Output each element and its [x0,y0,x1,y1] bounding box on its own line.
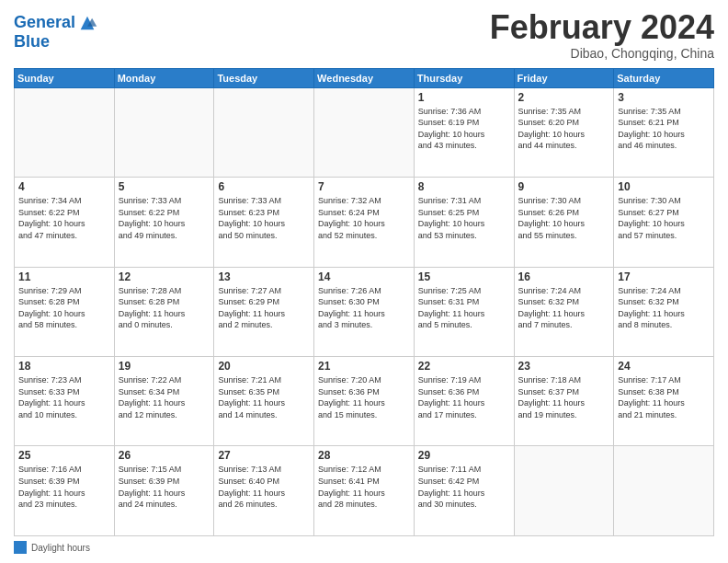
calendar-day-cell: 10Sunrise: 7:30 AM Sunset: 6:27 PM Dayli… [614,178,714,267]
calendar-week-row: 4Sunrise: 7:34 AM Sunset: 6:22 PM Daylig… [15,178,714,267]
day-number: 26 [119,449,210,462]
day-info: Sunrise: 7:20 AM Sunset: 6:36 PM Dayligh… [318,374,410,420]
calendar-day-cell: 19Sunrise: 7:22 AM Sunset: 6:34 PM Dayli… [114,357,214,446]
day-info: Sunrise: 7:25 AM Sunset: 6:31 PM Dayligh… [418,285,510,331]
calendar-day-cell: 29Sunrise: 7:11 AM Sunset: 6:42 PM Dayli… [414,446,514,536]
subtitle: Dibao, Chongqing, China [490,46,714,61]
calendar-day-cell: 21Sunrise: 7:20 AM Sunset: 6:36 PM Dayli… [314,357,415,446]
day-info: Sunrise: 7:18 AM Sunset: 6:37 PM Dayligh… [518,374,610,420]
day-info: Sunrise: 7:13 AM Sunset: 6:40 PM Dayligh… [218,464,310,510]
day-number: 8 [418,180,510,193]
day-number: 16 [518,270,610,283]
weekday-header: Wednesday [314,68,415,87]
day-info: Sunrise: 7:35 AM Sunset: 6:21 PM Dayligh… [618,106,710,152]
calendar-day-cell: 18Sunrise: 7:23 AM Sunset: 6:33 PM Dayli… [15,357,115,446]
day-number: 4 [18,180,110,193]
calendar-day-cell: 22Sunrise: 7:19 AM Sunset: 6:36 PM Dayli… [414,357,514,446]
day-info: Sunrise: 7:32 AM Sunset: 6:24 PM Dayligh… [318,195,410,241]
weekday-header-row: SundayMondayTuesdayWednesdayThursdayFrid… [15,68,714,87]
day-number: 15 [418,270,510,283]
day-info: Sunrise: 7:26 AM Sunset: 6:30 PM Dayligh… [318,285,410,331]
day-number: 10 [618,180,710,193]
day-info: Sunrise: 7:33 AM Sunset: 6:23 PM Dayligh… [218,195,310,241]
day-number: 9 [518,180,610,193]
calendar-day-cell: 15Sunrise: 7:25 AM Sunset: 6:31 PM Dayli… [414,267,514,356]
calendar-day-cell: 24Sunrise: 7:17 AM Sunset: 6:38 PM Dayli… [614,357,714,446]
day-number: 11 [18,270,110,283]
calendar-day-cell [114,87,214,177]
day-number: 23 [518,360,610,373]
logo-text: General [14,14,75,32]
day-number: 27 [218,449,310,462]
day-info: Sunrise: 7:35 AM Sunset: 6:20 PM Dayligh… [518,106,610,152]
day-number: 20 [218,360,310,373]
calendar-day-cell: 17Sunrise: 7:24 AM Sunset: 6:32 PM Dayli… [614,267,714,356]
calendar-day-cell: 6Sunrise: 7:33 AM Sunset: 6:23 PM Daylig… [214,178,314,267]
day-info: Sunrise: 7:22 AM Sunset: 6:34 PM Dayligh… [119,374,210,420]
calendar-day-cell: 13Sunrise: 7:27 AM Sunset: 6:29 PM Dayli… [214,267,314,356]
day-info: Sunrise: 7:21 AM Sunset: 6:35 PM Dayligh… [218,374,310,420]
day-number: 28 [318,449,410,462]
title-block: February 2024 Dibao, Chongqing, China [490,9,714,61]
weekday-header: Monday [114,68,214,87]
weekday-header: Friday [514,68,614,87]
calendar-day-cell [214,87,314,177]
month-title: February 2024 [490,9,714,46]
calendar-day-cell: 14Sunrise: 7:26 AM Sunset: 6:30 PM Dayli… [314,267,415,356]
weekday-header: Sunday [15,68,115,87]
day-number: 1 [418,91,510,104]
calendar-day-cell: 11Sunrise: 7:29 AM Sunset: 6:28 PM Dayli… [15,267,115,356]
weekday-header: Saturday [614,68,714,87]
day-number: 18 [18,360,110,373]
logo: General Blue [14,13,97,52]
weekday-header: Tuesday [214,68,314,87]
calendar-day-cell: 26Sunrise: 7:15 AM Sunset: 6:39 PM Dayli… [114,446,214,536]
calendar-day-cell [614,446,714,536]
calendar-day-cell: 3Sunrise: 7:35 AM Sunset: 6:21 PM Daylig… [614,87,714,177]
calendar-day-cell: 16Sunrise: 7:24 AM Sunset: 6:32 PM Dayli… [514,267,614,356]
day-number: 19 [119,360,210,373]
day-info: Sunrise: 7:36 AM Sunset: 6:19 PM Dayligh… [418,106,510,152]
day-info: Sunrise: 7:34 AM Sunset: 6:22 PM Dayligh… [18,195,110,241]
calendar-day-cell [514,446,614,536]
day-info: Sunrise: 7:31 AM Sunset: 6:25 PM Dayligh… [418,195,510,241]
calendar-day-cell: 2Sunrise: 7:35 AM Sunset: 6:20 PM Daylig… [514,87,614,177]
day-number: 29 [418,449,510,462]
day-info: Sunrise: 7:11 AM Sunset: 6:42 PM Dayligh… [418,464,510,510]
calendar-day-cell: 1Sunrise: 7:36 AM Sunset: 6:19 PM Daylig… [414,87,514,177]
calendar-day-cell [15,87,115,177]
day-number: 6 [218,180,310,193]
legend-label: Daylight hours [31,543,90,553]
day-info: Sunrise: 7:30 AM Sunset: 6:27 PM Dayligh… [618,195,710,241]
day-number: 3 [618,91,710,104]
day-number: 14 [318,270,410,283]
calendar-day-cell: 28Sunrise: 7:12 AM Sunset: 6:41 PM Dayli… [314,446,415,536]
calendar-day-cell: 23Sunrise: 7:18 AM Sunset: 6:37 PM Dayli… [514,357,614,446]
day-info: Sunrise: 7:27 AM Sunset: 6:29 PM Dayligh… [218,285,310,331]
day-info: Sunrise: 7:30 AM Sunset: 6:26 PM Dayligh… [518,195,610,241]
calendar-table: SundayMondayTuesdayWednesdayThursdayFrid… [14,68,714,536]
day-info: Sunrise: 7:24 AM Sunset: 6:32 PM Dayligh… [618,285,710,331]
day-info: Sunrise: 7:16 AM Sunset: 6:39 PM Dayligh… [18,464,110,510]
day-number: 25 [18,449,110,462]
calendar-week-row: 25Sunrise: 7:16 AM Sunset: 6:39 PM Dayli… [15,446,714,536]
day-info: Sunrise: 7:12 AM Sunset: 6:41 PM Dayligh… [318,464,410,510]
calendar-day-cell: 27Sunrise: 7:13 AM Sunset: 6:40 PM Dayli… [214,446,314,536]
day-info: Sunrise: 7:23 AM Sunset: 6:33 PM Dayligh… [18,374,110,420]
calendar-day-cell: 9Sunrise: 7:30 AM Sunset: 6:26 PM Daylig… [514,178,614,267]
day-number: 2 [518,91,610,104]
legend-color-box [14,541,27,554]
calendar-week-row: 18Sunrise: 7:23 AM Sunset: 6:33 PM Dayli… [15,357,714,446]
calendar-day-cell: 20Sunrise: 7:21 AM Sunset: 6:35 PM Dayli… [214,357,314,446]
day-number: 12 [119,270,210,283]
day-number: 13 [218,270,310,283]
calendar-day-cell: 7Sunrise: 7:32 AM Sunset: 6:24 PM Daylig… [314,178,415,267]
calendar-day-cell: 4Sunrise: 7:34 AM Sunset: 6:22 PM Daylig… [15,178,115,267]
day-info: Sunrise: 7:15 AM Sunset: 6:39 PM Dayligh… [119,464,210,510]
calendar-day-cell [314,87,415,177]
day-info: Sunrise: 7:24 AM Sunset: 6:32 PM Dayligh… [518,285,610,331]
day-number: 5 [119,180,210,193]
calendar-day-cell: 8Sunrise: 7:31 AM Sunset: 6:25 PM Daylig… [414,178,514,267]
day-info: Sunrise: 7:29 AM Sunset: 6:28 PM Dayligh… [18,285,110,331]
logo-text-blue: Blue [14,33,97,52]
